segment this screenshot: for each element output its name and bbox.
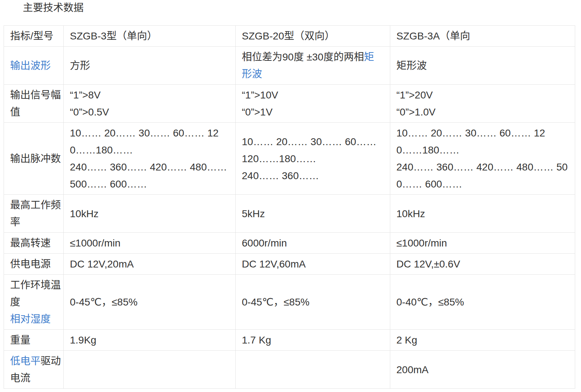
- cell-pulses-szgb20: 10…… 20…… 30…… 60…… 120……180……240…… 360……: [236, 123, 390, 195]
- cell-label-max-frequency: 最高工作频率: [4, 195, 64, 233]
- cell-label-output-waveform: 输出波形: [4, 47, 64, 85]
- cell-amplitude-szgb3: “1”>8V“0”>0.5V: [64, 85, 236, 123]
- page: 主要技术数据 指标/型号 SZGB-3型（单向） SZGB-20型（双向） SZ…: [0, 1, 581, 392]
- cell-waveform-szgb3: 方形: [64, 47, 236, 85]
- cell-label-power-supply: 供电电源: [4, 254, 64, 275]
- cell-pulses-szgb3: 10…… 20…… 30…… 60…… 120……180……240…… 360……: [64, 123, 236, 195]
- cell-label-weight: 重量: [4, 330, 64, 351]
- row-max-frequency: 最高工作频率 10kHz 5kHz 10kHz: [4, 195, 575, 233]
- cell-label-drive-current: 低电平驱动电流: [4, 351, 64, 389]
- cell-weight-szgb3a: 2 Kg: [390, 330, 575, 351]
- page-title: 主要技术数据: [23, 1, 581, 15]
- cell-frequency-szgb3: 10kHz: [64, 195, 236, 233]
- cell-pulses-szgb3a: 10…… 20…… 30…… 60…… 120……180……240…… 360……: [390, 123, 575, 195]
- cell-environment-szgb3a: 0-40℃，≤85%: [390, 275, 575, 330]
- header-model-szgb3: SZGB-3型（单向）: [64, 26, 236, 47]
- cell-speed-szgb3: ≤1000r/min: [64, 233, 236, 254]
- cell-label-max-speed: 最高转速: [4, 233, 64, 254]
- waveform-szgb20-text: 相位差为90度 ±30度的两相: [242, 51, 364, 63]
- row-weight: 重量 1.9Kg 1.7 Kg 2 Kg: [4, 330, 575, 351]
- link-relative-humidity[interactable]: 相对湿度: [10, 313, 51, 325]
- cell-power-szgb20: DC 12V,60mA: [236, 254, 390, 275]
- link-output-waveform[interactable]: 输出波形: [10, 60, 51, 71]
- label-working-env-temperature: 工作环境温度: [10, 277, 61, 311]
- cell-environment-szgb20: 0-45℃，≤85%: [236, 275, 390, 330]
- cell-drive-szgb3: [64, 351, 236, 389]
- cell-frequency-szgb20: 5kHz: [236, 195, 390, 233]
- cell-waveform-szgb20: 相位差为90度 ±30度的两相矩形波: [236, 47, 390, 85]
- row-max-speed: 最高转速 ≤1000r/min 6000r/min ≤1000r/min: [4, 233, 575, 254]
- cell-power-szgb3a: DC 12V,±0.6V: [390, 254, 575, 275]
- row-environment: 工作环境温度 相对湿度 0-45℃，≤85% 0-45℃，≤85% 0-40℃，…: [4, 275, 575, 330]
- cell-amplitude-szgb3a: “1”>20V“0”>1.0V: [390, 85, 575, 123]
- header-indicator: 指标/型号: [4, 26, 64, 47]
- cell-waveform-szgb3a: 矩形波: [390, 47, 575, 85]
- cell-label-environment: 工作环境温度 相对湿度: [4, 275, 64, 330]
- row-output-waveform: 输出波形 方形 相位差为90度 ±30度的两相矩形波 矩形波: [4, 47, 575, 85]
- cell-speed-szgb20: 6000r/min: [236, 233, 390, 254]
- cell-weight-szgb20: 1.7 Kg: [236, 330, 390, 351]
- cell-environment-szgb3: 0-45℃，≤85%: [64, 275, 236, 330]
- row-power-supply: 供电电源 DC 12V,20mA DC 12V,60mA DC 12V,±0.6…: [4, 254, 575, 275]
- header-model-szgb3a: SZGB-3A（单向: [390, 26, 575, 47]
- header-model-szgb20: SZGB-20型（双向）: [236, 26, 390, 47]
- cell-power-szgb3: DC 12V,20mA: [64, 254, 236, 275]
- cell-label-output-amplitude: 输出信号幅值: [4, 85, 64, 123]
- cell-label-output-pulses: 输出脉冲数: [4, 123, 64, 195]
- header-row: 指标/型号 SZGB-3型（单向） SZGB-20型（双向） SZGB-3A（单…: [4, 26, 575, 47]
- cell-drive-szgb20: [236, 351, 390, 389]
- link-low-level[interactable]: 低电平: [10, 355, 41, 367]
- row-drive-current: 低电平驱动电流 200mA: [4, 351, 575, 389]
- cell-frequency-szgb3a: 10kHz: [390, 195, 575, 233]
- spec-table: 指标/型号 SZGB-3型（单向） SZGB-20型（双向） SZGB-3A（单…: [4, 25, 575, 389]
- cell-amplitude-szgb20: “1”>10V“0”>1V: [236, 85, 390, 123]
- row-output-pulses: 输出脉冲数 10…… 20…… 30…… 60…… 120……180……240……: [4, 123, 575, 195]
- cell-drive-szgb3a: 200mA: [390, 351, 575, 389]
- row-output-amplitude: 输出信号幅值 “1”>8V“0”>0.5V “1”>10V“0”>1V “1”>…: [4, 85, 575, 123]
- cell-speed-szgb3a: ≤1000r/min: [390, 233, 575, 254]
- label-drive-current: 低电平驱动电流: [10, 353, 61, 387]
- cell-weight-szgb3: 1.9Kg: [64, 330, 236, 351]
